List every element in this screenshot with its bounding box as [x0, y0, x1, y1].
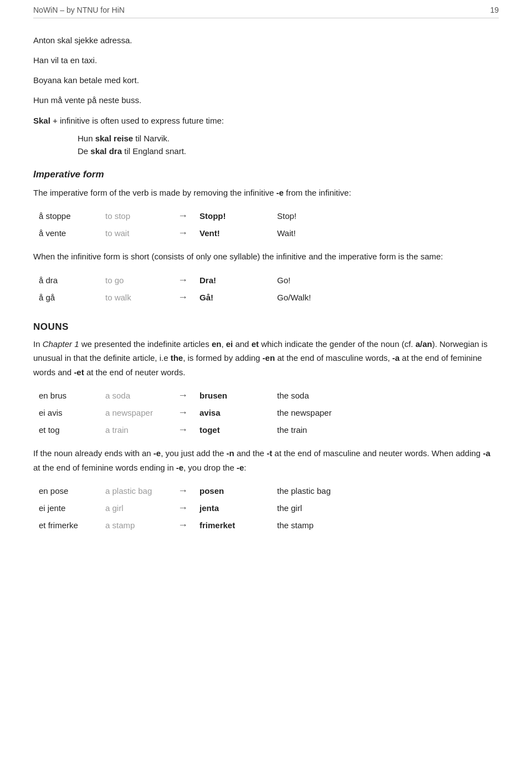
table-row: ei avis a newspaper → avisa the newspape… [33, 404, 499, 421]
short-note: When the infinitive form is short (consi… [33, 249, 499, 264]
imperative-result-1: Stopp! [194, 207, 272, 224]
noun-definite-2: avisa [194, 404, 272, 421]
noun-indef-1: en brus [33, 387, 100, 404]
imperative-word-2: å vente [33, 224, 100, 242]
arrow-7: → [172, 421, 194, 438]
noun2-translation-2: the girl [272, 499, 499, 517]
short-result-2: Gå! [194, 289, 272, 306]
arrow-8: → [172, 482, 194, 499]
short-meaning-1: to go [100, 272, 172, 289]
table-row: en brus a soda → brusen the soda [33, 387, 499, 404]
short-meaning-2: to walk [100, 289, 172, 306]
arrow-4: → [172, 289, 194, 306]
imperative-heading: Imperative form [33, 169, 499, 180]
short-word-2: å gå [33, 289, 100, 306]
noun2-meaning-2: a girl [100, 499, 172, 517]
imperative-description: The imperative form of the verb is made … [33, 186, 499, 200]
skal-example-2: De skal dra til England snart. [78, 146, 499, 156]
sentence-4: Hun må vente på neste buss. [33, 94, 499, 107]
short-word-1: å dra [33, 272, 100, 289]
noun2-indef-3: et frimerke [33, 517, 100, 534]
skal-example-1: Hun skal reise til Narvik. [78, 134, 499, 143]
table-row: å stoppe to stop → Stopp! Stop! [33, 207, 499, 224]
noun2-translation-1: the plastic bag [272, 482, 499, 499]
arrow-2: → [172, 224, 194, 242]
arrow-9: → [172, 499, 194, 517]
noun2-meaning-1: a plastic bag [100, 482, 172, 499]
arrow-1: → [172, 207, 194, 224]
short-translation-2: Go/Walk! [272, 289, 499, 306]
noun2-definite-3: frimerket [194, 517, 272, 534]
nouns-heading: NOUNS [33, 321, 499, 333]
nouns-examples-table-2: en pose a plastic bag → posen the plasti… [33, 482, 499, 534]
table-row: å vente to wait → Vent! Wait! [33, 224, 499, 242]
noun2-definite-1: posen [194, 482, 272, 499]
short-result-1: Dra! [194, 272, 272, 289]
imperative-translation-2: Wait! [272, 224, 499, 242]
noun2-indef-1: en pose [33, 482, 100, 499]
sentence-2: Han vil ta en taxi. [33, 54, 499, 67]
table-row: å gå to walk → Gå! Go/Walk! [33, 289, 499, 306]
imperative-meaning-1: to stop [100, 207, 172, 224]
noun-meaning-1: a soda [100, 387, 172, 404]
page-header: NoWiN – by NTNU for HiN 19 [33, 0, 499, 18]
sentence-1: Anton skal sjekke adressa. [33, 34, 499, 47]
short-examples-table: å dra to go → Dra! Go! å gå to walk → Gå… [33, 272, 499, 306]
imperative-translation-1: Stop! [272, 207, 499, 224]
arrow-5: → [172, 387, 194, 404]
noun2-meaning-3: a stamp [100, 517, 172, 534]
table-row: et tog a train → toget the train [33, 421, 499, 438]
short-translation-1: Go! [272, 272, 499, 289]
table-row: å dra to go → Dra! Go! [33, 272, 499, 289]
imperative-result-2: Vent! [194, 224, 272, 242]
nouns-para1: In Chapter 1 we presented the indefinite… [33, 337, 499, 380]
imperative-examples-table: å stoppe to stop → Stopp! Stop! å vente … [33, 207, 499, 242]
arrow-6: → [172, 404, 194, 421]
noun-meaning-3: a train [100, 421, 172, 438]
noun-meaning-2: a newspaper [100, 404, 172, 421]
arrow-10: → [172, 517, 194, 534]
arrow-3: → [172, 272, 194, 289]
skal-intro: Skal + infinitive is often used to expre… [33, 114, 499, 128]
imperative-word-1: å stoppe [33, 207, 100, 224]
header-title: NoWiN – by NTNU for HiN [33, 6, 125, 14]
noun-indef-3: et tog [33, 421, 100, 438]
nouns-para2: If the noun already ends with an -e, you… [33, 446, 499, 474]
header-page: 19 [490, 6, 499, 14]
noun2-translation-3: the stamp [272, 517, 499, 534]
skal-bold: Skal [33, 116, 50, 125]
noun2-indef-2: ei jente [33, 499, 100, 517]
sentence-3: Boyana kan betale med kort. [33, 74, 499, 87]
table-row: ei jente a girl → jenta the girl [33, 499, 499, 517]
nouns-examples-table-1: en brus a soda → brusen the soda ei avis… [33, 387, 499, 438]
noun-definite-3: toget [194, 421, 272, 438]
noun-translation-3: the train [272, 421, 499, 438]
noun2-definite-2: jenta [194, 499, 272, 517]
page-container: NoWiN – by NTNU for HiN 19 Anton skal sj… [0, 0, 532, 771]
noun-definite-1: brusen [194, 387, 272, 404]
noun-indef-2: ei avis [33, 404, 100, 421]
table-row: et frimerke a stamp → frimerket the stam… [33, 517, 499, 534]
noun-translation-1: the soda [272, 387, 499, 404]
noun-translation-2: the newspaper [272, 404, 499, 421]
imperative-meaning-2: to wait [100, 224, 172, 242]
table-row: en pose a plastic bag → posen the plasti… [33, 482, 499, 499]
